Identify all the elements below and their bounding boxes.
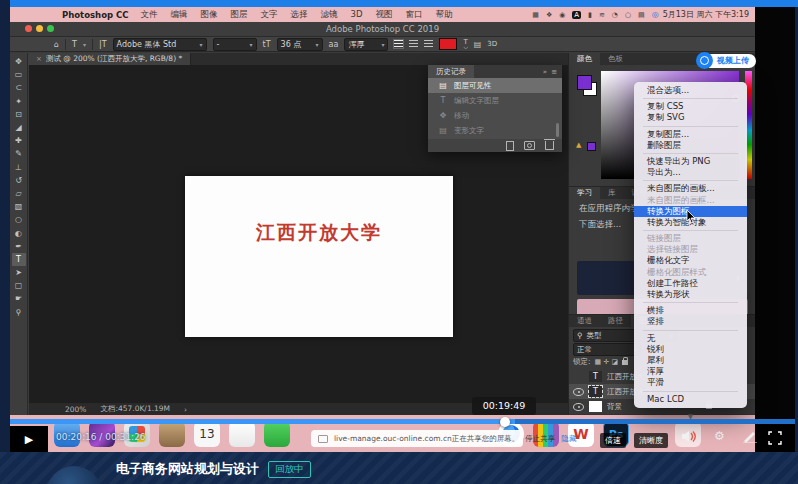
menubar-menu[interactable]: 选择 — [291, 9, 308, 21]
menu-item[interactable]: 横排 — [634, 305, 747, 316]
upload-widget[interactable]: 视频上传 — [696, 52, 756, 69]
history-step[interactable]: ▤ 图层可见性 — [428, 78, 562, 93]
font-family-select[interactable]: Adobe 黑体 Std ▾ — [113, 38, 207, 51]
play-button[interactable]: ▶ — [10, 426, 48, 452]
lock-icons[interactable]: ▦ ✛ ◪ — [595, 358, 619, 366]
tool-lasso[interactable]: ⊂ — [12, 81, 26, 94]
annotate-pen-icon[interactable] — [742, 430, 758, 443]
minimize-traffic-light[interactable] — [36, 25, 43, 32]
dock-app-icon[interactable] — [159, 421, 185, 447]
align-center-icon[interactable] — [409, 40, 418, 48]
menu-item[interactable]: 转换为形状 — [634, 289, 747, 300]
menu-item[interactable]: 栅格化图层样式 — [634, 267, 747, 278]
tray-icon-spotlight[interactable]: ○ — [625, 11, 631, 19]
tab-libraries[interactable]: 库 — [600, 187, 624, 199]
warp-text-icon[interactable]: T◡ — [463, 40, 467, 48]
delete-state-icon[interactable] — [545, 141, 554, 150]
menu-item[interactable]: 创建工作路径 — [634, 278, 747, 289]
hide-banner-button[interactable]: 隐藏 — [561, 434, 576, 444]
tab-learn[interactable]: 学习 — [569, 187, 600, 199]
align-left-icon[interactable] — [394, 40, 403, 48]
menu-item[interactable]: 栅格化文字 — [634, 255, 747, 266]
anti-alias-select[interactable]: 浑厚 ▾ — [344, 38, 388, 51]
volume-icon[interactable] — [682, 430, 698, 443]
font-style-select[interactable]: - ▾ — [213, 38, 257, 51]
tool-zoom[interactable]: ⚲ — [12, 306, 26, 319]
menu-item[interactable]: Mac LCD — [634, 394, 747, 405]
menu-item[interactable]: 浑厚 — [634, 366, 747, 377]
menu-item[interactable]: 混合选项... — [634, 85, 747, 96]
tab-channels[interactable]: 通道 — [569, 315, 600, 327]
menubar-menu[interactable]: 滤镜 — [321, 9, 338, 21]
tool-path-select[interactable]: ➤ — [12, 266, 26, 279]
tool-blur[interactable]: ○ — [12, 213, 26, 226]
menubar-menu[interactable]: 文字 — [261, 9, 278, 21]
tool-move[interactable]: ✥ — [12, 55, 26, 68]
menu-item[interactable]: 犀利 — [634, 355, 747, 366]
tray-icon-battery[interactable]: ▮ — [588, 11, 592, 19]
menu-item[interactable]: 链接图层 — [634, 233, 747, 244]
tool-type[interactable]: T — [12, 253, 26, 266]
zoom-traffic-light[interactable] — [47, 25, 54, 32]
menu-item[interactable]: 复制 CSS — [634, 101, 747, 112]
visibility-eye-icon[interactable] — [573, 403, 584, 411]
menubar-menu[interactable]: 窗口 — [405, 9, 422, 21]
blend-mode-select[interactable]: 正常 ▾ — [573, 343, 641, 356]
document-tab[interactable]: ×测试 @ 200% (江西开放大学, RGB/8) * — [28, 53, 191, 65]
font-size-select[interactable]: 36 点 ▾ — [277, 38, 323, 51]
quality-button[interactable]: 清晰度 — [634, 433, 668, 448]
close-tab-icon[interactable]: × — [36, 55, 42, 63]
menu-item[interactable]: 竖排 — [634, 316, 747, 327]
tool-heal[interactable]: ✚ — [12, 134, 26, 147]
menu-item[interactable]: 复制图层... — [634, 129, 747, 140]
tray-icon-input-method[interactable]: A — [572, 11, 581, 19]
tab-paths[interactable]: 路径 — [600, 315, 631, 327]
menu-item[interactable]: 选择链接图层 — [634, 244, 747, 255]
panel-menu-icon[interactable]: ≡ — [551, 68, 557, 76]
menu-item[interactable]: 平滑 — [634, 377, 747, 388]
status-chevron-icon[interactable]: › — [184, 405, 187, 414]
menu-item[interactable]: 删除图层 — [634, 140, 747, 151]
speed-button[interactable]: 倍速 — [600, 433, 626, 448]
menubar-menu[interactable]: 文件 — [141, 9, 158, 21]
menu-item[interactable]: 锐利 — [634, 344, 747, 355]
tray-icon-meeting[interactable]: ❖ — [546, 11, 552, 19]
tool-stamp[interactable]: ⊥ — [12, 161, 26, 174]
history-step[interactable]: ✥ 移动 — [428, 108, 562, 123]
history-scrollbar[interactable] — [556, 123, 559, 137]
menu-item[interactable]: 来自图层的画框... — [634, 195, 747, 206]
menu-item[interactable]: 导出为... — [634, 167, 747, 178]
tool-shape[interactable]: ▢ — [12, 279, 26, 292]
home-icon[interactable]: ⌂ — [54, 40, 59, 49]
dock-calendar-icon[interactable]: 13 — [194, 421, 220, 447]
tool-eyedropper[interactable]: ◢ — [12, 121, 26, 134]
text-color-swatch[interactable] — [439, 38, 457, 50]
collapse-panel-icon[interactable]: » — [543, 68, 547, 76]
new-snapshot-icon[interactable] — [524, 141, 535, 150]
tray-icon-app-status[interactable]: ◎ — [652, 10, 659, 19]
tray-icon-time-machine[interactable]: ◔ — [612, 11, 618, 19]
history-step[interactable]: T 编辑文字图层 — [428, 93, 562, 108]
align-right-icon[interactable] — [424, 40, 433, 48]
new-doc-from-state-icon[interactable] — [506, 141, 514, 151]
menu-item[interactable]: 无 — [634, 333, 747, 344]
fullscreen-icon[interactable] — [768, 431, 782, 445]
tray-icon-status[interactable]: ◉ — [559, 11, 565, 19]
menubar-menu[interactable]: 编辑 — [171, 9, 188, 21]
3d-icon[interactable]: 3D — [487, 40, 497, 48]
tray-icon-control-center[interactable]: ▤ — [638, 11, 645, 19]
tool-brush[interactable]: ✎ — [12, 147, 26, 160]
menu-item[interactable]: 复制 SVG — [634, 112, 747, 123]
menu-item[interactable]: 来自图层的画板... — [634, 183, 747, 194]
menubar-menu[interactable]: 视图 — [375, 9, 392, 21]
document-canvas[interactable]: 江西开放大学 — [185, 176, 453, 337]
tab-color[interactable]: 颜色 — [569, 53, 600, 65]
menubar-menu[interactable]: 图层 — [231, 9, 248, 21]
menubar-menu[interactable]: 3D — [351, 9, 363, 21]
tool-pen[interactable]: ✒ — [12, 240, 26, 253]
progress-knob[interactable] — [500, 417, 510, 427]
close-traffic-light[interactable] — [25, 25, 32, 32]
tool-gradient[interactable]: ▧ — [12, 200, 26, 213]
toggle-panels-icon[interactable]: ▤ — [474, 40, 482, 49]
menubar-app-name[interactable]: Photoshop CC — [62, 10, 129, 20]
